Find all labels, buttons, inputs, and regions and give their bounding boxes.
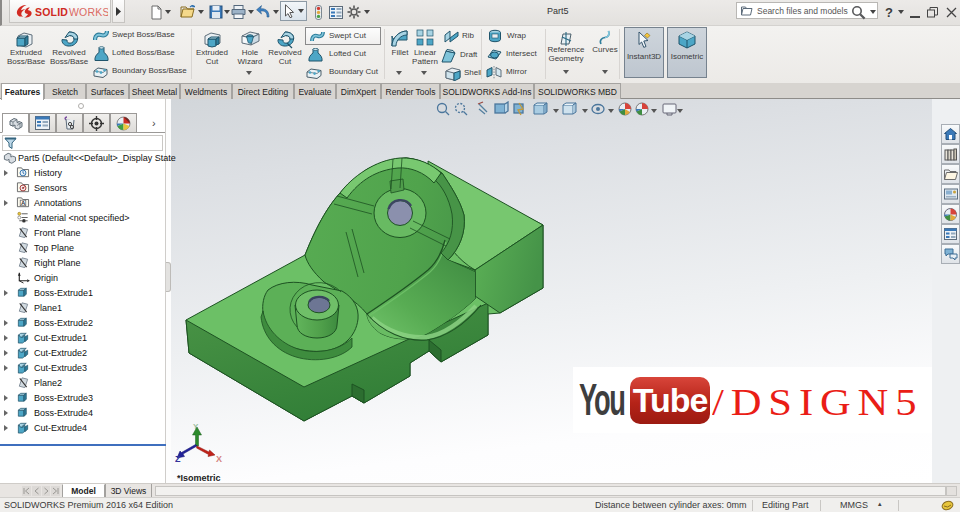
svg-text:WORKS: WORKS [69, 6, 108, 18]
svg-text:X: X [216, 454, 222, 463]
svg-text:A: A [21, 200, 26, 206]
svg-text:Z: Z [175, 454, 181, 463]
svg-text:SOLID: SOLID [35, 6, 68, 18]
